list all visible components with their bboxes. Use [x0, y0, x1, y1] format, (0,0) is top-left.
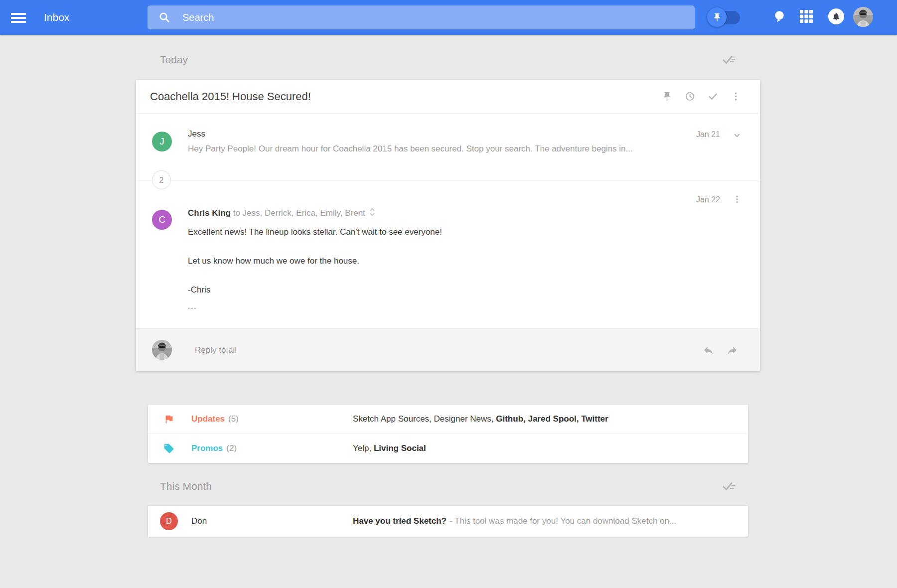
avatar-jess: J: [152, 132, 172, 151]
search-input[interactable]: [181, 11, 695, 24]
avatar-don: D: [160, 512, 178, 530]
message-recipients: to Jess, Derrick, Erica, Emily, Brent: [233, 208, 365, 218]
message-header: Chris King to Jess, Derrick, Erica, Emil…: [188, 207, 375, 218]
bundle-label: Updates: [191, 414, 225, 424]
body-paragraph: Excellent news! The lineup looks stellar…: [188, 226, 442, 238]
menu-icon[interactable]: [11, 13, 26, 23]
recipients-expander-icon[interactable]: [369, 207, 375, 217]
bell-icon: [832, 12, 841, 21]
bundle-senders: Sketch App Sources, Designer News, Githu…: [353, 405, 608, 434]
thread-header: Coachella 2015! House Secured!: [136, 80, 760, 114]
reply-to-all-field[interactable]: Reply to all: [195, 329, 237, 371]
pushpin-icon: [712, 12, 722, 22]
bundle-title: Updates(5): [191, 405, 239, 434]
account-avatar[interactable]: [853, 7, 873, 27]
message-sender: Chris King: [188, 208, 231, 218]
chevron-down-icon[interactable]: [732, 131, 742, 141]
section-label: This Month: [160, 480, 212, 492]
message-more-icon[interactable]: [732, 194, 742, 204]
sweep-done-icon[interactable]: [722, 480, 737, 492]
pin-icon[interactable]: [662, 91, 672, 102]
message-date: Jan 21: [696, 130, 720, 139]
email-row-don[interactable]: D Don Have you tried Sketch?- This tool …: [148, 506, 748, 537]
bundles-card: Updates(5) Sketch App Sources, Designer …: [148, 405, 748, 463]
forward-icon[interactable]: [727, 344, 738, 356]
avatar-chris: C: [152, 210, 172, 230]
collapsed-count-badge[interactable]: 2: [152, 170, 171, 189]
toggle-knob[interactable]: [707, 7, 727, 27]
apps-grid-icon[interactable]: [800, 10, 813, 23]
notifications-button[interactable]: [828, 8, 844, 24]
reply-icon[interactable]: [703, 344, 714, 356]
message-body: Excellent news! The lineup looks stellar…: [188, 226, 442, 309]
page-title: Inbox: [44, 0, 69, 35]
email-sender: Don: [191, 506, 207, 537]
bundle-title: Promos(2): [191, 434, 237, 463]
sweep-done-icon[interactable]: [722, 54, 737, 66]
show-trimmed-content[interactable]: ...: [188, 304, 442, 309]
avatar-photo: [152, 340, 172, 360]
app-header: Inbox: [0, 0, 897, 35]
email-subject: Have you tried Sketch?: [353, 516, 447, 526]
senders-unread: Living Social: [374, 443, 426, 453]
section-label: Today: [160, 54, 188, 66]
email-snippet: - This tool was made for you! You can do…: [449, 516, 676, 526]
tag-icon: [163, 443, 174, 454]
avatar-photo: [853, 7, 873, 27]
message-preview: Hey Party People! Our dream hour for Coa…: [188, 144, 633, 154]
message-expanded-chris: 2 C Chris King to Jess, Derrick, Erica, …: [136, 180, 760, 327]
bundle-row-promos[interactable]: Promos(2) Yelp, Living Social: [148, 434, 748, 462]
body-paragraph: Let us know how much we owe for the hous…: [188, 255, 442, 267]
search-bar[interactable]: [148, 5, 695, 29]
bundle-count: (5): [228, 414, 239, 424]
bundle-row-updates[interactable]: Updates(5) Sketch App Sources, Designer …: [148, 405, 748, 434]
feedback-bubble-icon[interactable]: [773, 10, 786, 23]
email-thread-card: Coachella 2015! House Secured! J: [136, 80, 760, 371]
message-sender: Jess: [188, 129, 205, 139]
bundle-senders: Yelp, Living Social: [353, 434, 426, 463]
thread-subject: Coachella 2015! House Secured!: [150, 90, 311, 103]
body-signature: -Chris: [188, 284, 442, 296]
bundle-label: Promos: [191, 443, 223, 453]
done-check-icon[interactable]: [708, 91, 718, 102]
more-options-icon[interactable]: [731, 91, 741, 102]
user-avatar: [152, 340, 172, 360]
email-subject-line: Have you tried Sketch?- This tool was ma…: [353, 506, 676, 537]
snooze-clock-icon[interactable]: [685, 91, 695, 102]
message-date: Jan 22: [696, 195, 720, 204]
bundle-count: (2): [226, 443, 237, 453]
senders-read: Yelp,: [353, 443, 374, 453]
senders-read: Sketch App Sources, Designer News,: [353, 414, 496, 424]
flag-icon: [163, 414, 174, 425]
inbox-app: Inbox: [0, 0, 897, 588]
pin-toggle[interactable]: [707, 7, 740, 27]
message-collapsed-jess[interactable]: J Jess Hey Party People! Our dream hour …: [136, 114, 760, 180]
section-header-today: Today: [160, 52, 737, 68]
senders-unread: Github, Jared Spool, Twitter: [496, 414, 608, 424]
search-icon: [158, 11, 170, 23]
section-header-this-month: This Month: [160, 478, 737, 494]
reply-bar: Reply to all: [136, 328, 760, 371]
